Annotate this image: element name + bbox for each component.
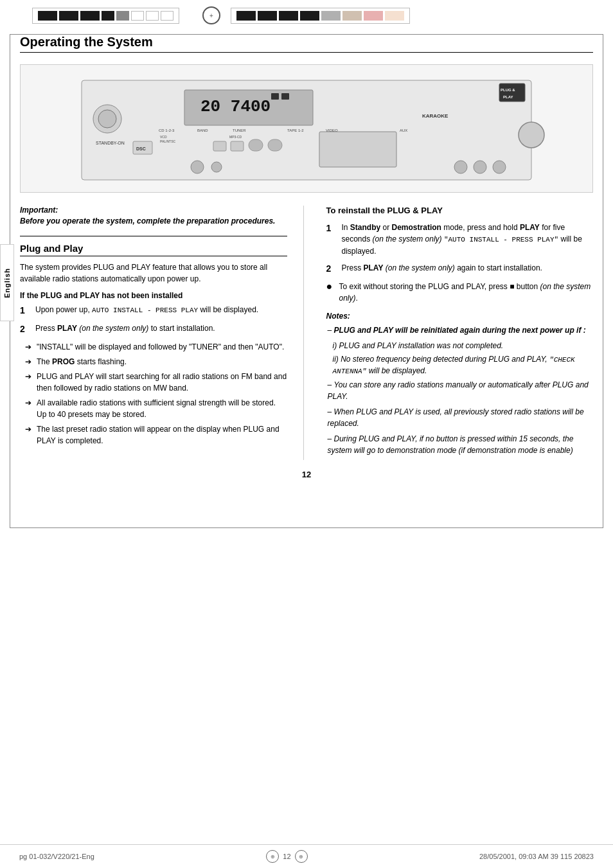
- step-2-italic: (on the system only): [79, 324, 148, 333]
- svg-text:PLUG &: PLUG &: [501, 88, 515, 92]
- plug-play-heading: Plug and Play: [20, 243, 287, 256]
- svg-text:PAL/NTSC: PAL/NTSC: [160, 139, 175, 143]
- note-2: – You can store any radio stations manua…: [326, 379, 594, 402]
- note-3-text: When PLUG and PLAY is used, all previous…: [328, 407, 584, 428]
- bar-block-2: [59, 11, 78, 21]
- system-only-italic-r2: (on the system only): [386, 263, 455, 272]
- svg-point-31: [454, 161, 467, 173]
- bottom-footer: pg 01-032/V220/21-Eng ⊕ 12 ⊕ 28/05/2001,…: [0, 844, 613, 868]
- svg-rect-14: [231, 141, 244, 151]
- page-title: Operating the System: [20, 35, 593, 53]
- rbar-block-3: [279, 11, 298, 21]
- bar-block-5: [116, 11, 129, 21]
- arrow-4-text: All available radio stations with suffic…: [37, 397, 287, 420]
- svg-point-32: [474, 161, 486, 173]
- svg-text:BAND: BAND: [197, 128, 208, 132]
- svg-text:DSC: DSC: [136, 146, 146, 151]
- bar-block-3: [80, 11, 100, 21]
- arrow-5-text: The last preset radio station will appea…: [37, 423, 287, 447]
- svg-rect-15: [249, 139, 263, 151]
- note-1a: i) PLUG and PLAY installation was not co…: [326, 340, 594, 351]
- svg-text:MP3-CD: MP3-CD: [229, 135, 242, 139]
- notes-label: Notes:: [326, 310, 594, 322]
- step-2-content: Press PLAY (on the system only) to start…: [35, 323, 287, 336]
- footer-center: 12: [283, 853, 290, 860]
- compass-icon: [202, 6, 220, 24]
- bar-block-6: [131, 11, 144, 21]
- side-tab-label: English: [3, 268, 11, 298]
- footer-compass: ⊕: [266, 850, 279, 863]
- reinstall-step-2-content: Press PLAY (on the system only) again to…: [342, 262, 594, 276]
- stop-sym: ■: [510, 282, 514, 291]
- demo-bold: Demostration: [392, 223, 441, 232]
- important-note: Important: Before you operate the system…: [20, 206, 287, 227]
- arrow-3: ➔ PLUG and PLAY will start searching for…: [20, 371, 287, 394]
- arrow-3-text: PLUG and PLAY will start searching for a…: [37, 371, 287, 394]
- note-1a-text: i) PLUG and PLAY installation was not co…: [333, 341, 504, 350]
- svg-rect-17: [319, 132, 396, 167]
- step-1-content: Upon power up, AUTO INSTALL - PRESS PLAY…: [35, 304, 287, 317]
- left-column: Important: Before you operate the system…: [20, 206, 304, 460]
- side-tab-english: English: [0, 244, 14, 321]
- note-1b-text: ii) No stereo frequency being detected d…: [333, 355, 575, 376]
- svg-text:AUX: AUX: [400, 128, 407, 132]
- svg-point-18: [519, 122, 544, 148]
- footer-right: 28/05/2001, 09:03 AM 39 115 20823: [479, 853, 594, 860]
- footer-left: pg 01-032/V220/21-Eng: [19, 853, 94, 860]
- bullet-sym: ●: [326, 281, 334, 304]
- bar-block-8: [161, 11, 173, 21]
- svg-text:CD 1-2-3: CD 1-2-3: [159, 128, 175, 132]
- if-not-installed-heading: If the PLUG and PLAY has not been instal…: [20, 291, 287, 300]
- bar-block-1: [38, 11, 57, 21]
- system-only-italic-r1: (on the system only): [373, 235, 442, 244]
- reinstall-step-1: 1 In Standby or Demostration mode, press…: [326, 222, 594, 257]
- reinstall-step-1-content: In Standby or Demostration mode, press a…: [342, 222, 594, 257]
- exit-bullet-text: To exit without storing the PLUG and PLA…: [339, 281, 594, 304]
- reinstall-step-2: 2 Press PLAY (on the system only) again …: [326, 262, 594, 276]
- arrow-2: ➔ The PROG starts flashing.: [20, 356, 287, 368]
- rbar-block-2: [258, 11, 277, 21]
- note-4-text: During PLUG and PLAY, if no button is pr…: [328, 434, 574, 455]
- svg-point-33: [493, 161, 506, 173]
- plug-play-intro: The system provides PLUG and PLAY featur…: [20, 261, 287, 285]
- note-4: – During PLUG and PLAY, if no button is …: [326, 433, 594, 456]
- reinstall-mono: "AUTO INSTALL - PRESS PLAY": [444, 236, 558, 244]
- arrow-1-text: "INSTALL" will be displayed and followed…: [37, 341, 284, 353]
- device-svg: 20 7400 STANDBY-ON PLUG & PLAY DSC: [43, 67, 570, 190]
- svg-rect-4: [281, 93, 289, 100]
- note-1-text: PLUG and PLAY will be reinitiated again …: [334, 326, 586, 335]
- svg-rect-16: [268, 139, 282, 151]
- system-only-italic-r3: (on the system only): [339, 282, 591, 303]
- notes-section: Notes: – PLUG and PLAY will be reinitiat…: [326, 310, 594, 456]
- note-3: – When PLUG and PLAY is used, all previo…: [326, 406, 594, 429]
- bar-block-4: [102, 11, 114, 21]
- reinstall-heading: To reinstall the PLUG & PLAY: [326, 206, 594, 215]
- footer-compass2: ⊕: [295, 850, 308, 863]
- reinstall-step-2-num: 2: [326, 262, 337, 276]
- arrow-2-text: The PROG starts flashing.: [37, 356, 127, 368]
- svg-text:VIDEO: VIDEO: [326, 128, 338, 132]
- arrow-5: ➔ The last preset radio station will app…: [20, 423, 287, 447]
- svg-text:KARAOKE: KARAOKE: [422, 113, 449, 119]
- play-bold-r1: PLAY: [520, 223, 540, 232]
- svg-text:STANDBY-ON: STANDBY-ON: [96, 141, 125, 145]
- svg-point-29: [191, 161, 204, 173]
- arrow-sym-3: ➔: [25, 371, 33, 394]
- rbar-block-6: [342, 11, 362, 21]
- note-1: – PLUG and PLAY will be reinitiated agai…: [326, 324, 594, 336]
- arrow-4: ➔ All available radio stations with suff…: [20, 397, 287, 420]
- arrow-sym-4: ➔: [25, 397, 33, 420]
- reinstall-step-1-num: 1: [326, 222, 337, 257]
- main-border: Operating the System 20 7400 STANDBY-ON …: [10, 34, 603, 528]
- prog-bold: PROG: [52, 357, 75, 366]
- important-label: Important:: [20, 206, 287, 215]
- rbar-block-7: [364, 11, 383, 21]
- arrow-sym-2: ➔: [25, 356, 33, 368]
- content-columns: Important: Before you operate the system…: [20, 206, 593, 460]
- svg-text:VCD: VCD: [160, 135, 167, 139]
- play-bold-r2: PLAY: [364, 263, 384, 272]
- page-number: 12: [20, 470, 593, 479]
- arrow-1: ➔ "INSTALL" will be displayed and follow…: [20, 341, 287, 353]
- top-decorative-bar: [0, 0, 613, 31]
- important-text: Before you operate the system, complete …: [20, 216, 287, 227]
